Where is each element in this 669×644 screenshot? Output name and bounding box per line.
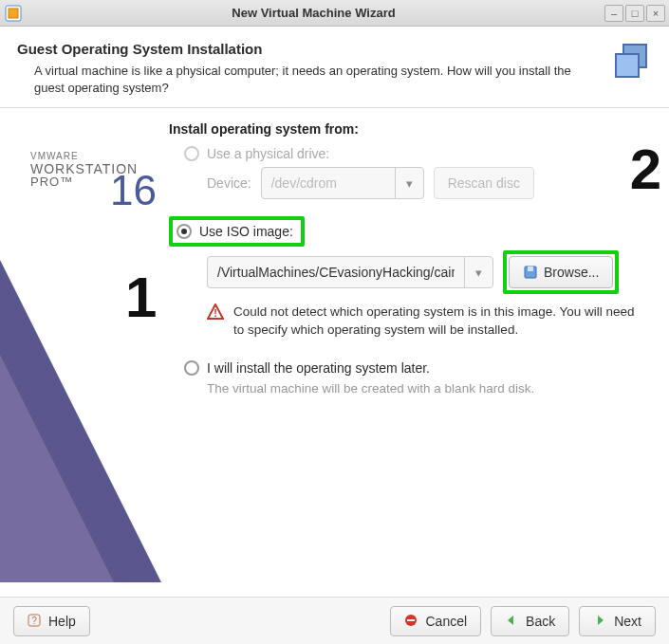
device-label: Device: [207,175,251,191]
chevron-down-icon: ▾ [395,168,423,198]
close-button[interactable]: × [646,5,665,22]
annotation-highlight-browse: Browse... [503,250,619,294]
help-button[interactable]: ? Help [13,606,90,636]
iso-warning: ! Could not detect which operating syste… [207,304,652,340]
radio-iso-image[interactable]: Use ISO image: [177,224,293,239]
wizard-footer: ? Help Cancel Back Next [0,597,669,644]
radio-icon [184,360,199,376]
radio-physical-label: Use a physical drive: [207,146,329,161]
cancel-icon [404,614,419,629]
device-input [262,168,395,198]
wizard-content: Guest Operating System Installation A vi… [0,27,669,597]
titlebar: New Virtual Machine Wizard – □ × [0,0,669,27]
radio-icon [177,224,192,239]
annotation-step-2: 2 [630,137,661,202]
wizard-header: Guest Operating System Installation A vi… [0,28,669,108]
wizard-sidebar: VMWARE WORKSTATION PRO™ 16 [0,108,163,582]
device-combo: ▾ [261,167,424,199]
svg-marker-13 [598,616,604,625]
iso-path-combo[interactable]: ▾ [207,256,493,288]
arrow-left-icon [505,614,520,629]
vmware-logo: VMWARE WORKSTATION PRO™ 16 [30,152,138,189]
radio-later-label: I will install the operating system late… [207,360,430,376]
page-heading: Guest Operating System Installation [17,41,599,57]
iso-path-input[interactable] [208,257,464,287]
chevron-down-icon[interactable]: ▾ [464,257,492,287]
radio-iso-label: Use ISO image: [199,224,293,239]
radio-later-sub: The virtual machine will be created with… [207,381,652,396]
annotation-step-1: 1 [125,265,157,330]
page-description: A virtual machine is like a physical com… [34,63,599,96]
radio-icon [184,146,199,161]
svg-text:?: ? [31,616,37,626]
warning-icon: ! [207,304,224,340]
radio-install-later[interactable]: I will install the operating system late… [184,360,652,376]
minimize-button[interactable]: – [604,5,623,22]
back-button[interactable]: Back [491,606,569,636]
radio-physical-drive[interactable]: Use a physical drive: [184,146,652,161]
iso-warning-text: Could not detect which operating system … [233,304,642,340]
arrow-right-icon [593,614,608,629]
cancel-button[interactable]: Cancel [390,606,481,636]
rescan-disc-button: Rescan disc [434,167,534,199]
svg-text:!: ! [214,307,217,319]
app-icon [4,4,23,23]
annotation-highlight-iso-radio: Use ISO image: [169,216,305,247]
window-buttons: – □ × [604,5,665,22]
help-icon: ? [28,614,43,629]
window-title: New Virtual Machine Wizard [23,6,604,20]
svg-rect-11 [407,619,415,621]
header-icon [610,41,652,83]
disk-icon [523,265,538,280]
svg-rect-5 [528,267,533,271]
svg-rect-3 [616,54,639,77]
install-from-label: Install operating system from: [169,121,652,137]
wizard-main: Install operating system from: Use a phy… [163,108,669,582]
browse-button[interactable]: Browse... [509,256,613,288]
next-button[interactable]: Next [579,606,656,636]
svg-marker-12 [508,616,513,625]
maximize-button[interactable]: □ [625,5,644,22]
svg-rect-1 [9,9,18,18]
